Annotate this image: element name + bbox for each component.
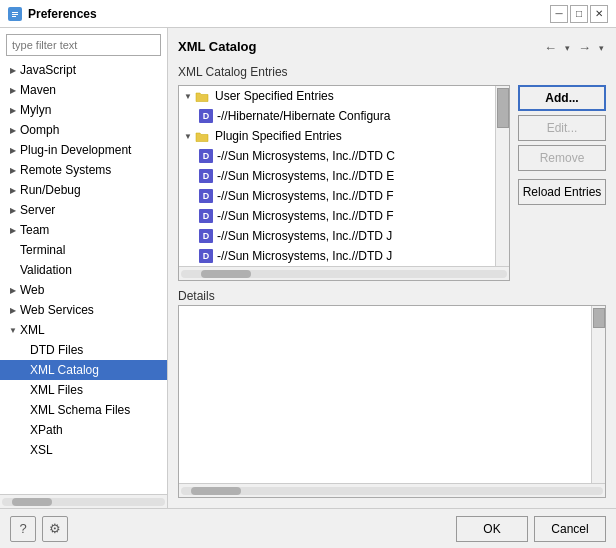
sidebar-item-mylyn[interactable]: Mylyn bbox=[0, 100, 167, 120]
sidebar-label-mylyn: Mylyn bbox=[20, 103, 51, 117]
catalog-arrow-0[interactable] bbox=[183, 91, 193, 101]
sidebar-item-javascript[interactable]: JavaScript bbox=[0, 60, 167, 80]
ok-button[interactable]: OK bbox=[456, 516, 528, 542]
sidebar-item-xsl[interactable]: XSL bbox=[0, 440, 167, 460]
sidebar-item-web[interactable]: Web bbox=[0, 280, 167, 300]
sidebar-label-maven: Maven bbox=[20, 83, 56, 97]
sidebar-label-xpath: XPath bbox=[30, 423, 63, 437]
sidebar-item-terminal[interactable]: Terminal bbox=[0, 240, 167, 260]
close-button[interactable]: ✕ bbox=[590, 5, 608, 23]
tree-arrow-plugin-dev[interactable] bbox=[8, 145, 18, 155]
minimize-button[interactable]: ─ bbox=[550, 5, 568, 23]
nav-forward-button[interactable]: → bbox=[574, 38, 595, 57]
cancel-button[interactable]: Cancel bbox=[534, 516, 606, 542]
details-v-scrollbar[interactable] bbox=[591, 306, 605, 483]
sidebar-item-xml-files[interactable]: XML Files bbox=[0, 380, 167, 400]
catalog-item-2[interactable]: Plugin Specified Entries bbox=[179, 126, 495, 146]
sidebar-label-xml-catalog: XML Catalog bbox=[30, 363, 99, 377]
tree-arrow-remote-systems[interactable] bbox=[8, 165, 18, 175]
nav-back-dropdown[interactable]: ▾ bbox=[563, 41, 572, 55]
catalog-item-0[interactable]: User Specified Entries bbox=[179, 86, 495, 106]
reload-button[interactable]: Reload Entries bbox=[518, 179, 606, 205]
sidebar-item-xpath[interactable]: XPath bbox=[0, 420, 167, 440]
catalog-item-1[interactable]: D-//Hibernate/Hibernate Configura bbox=[179, 106, 495, 126]
sidebar: JavaScriptMavenMylynOomphPlug-in Develop… bbox=[0, 28, 168, 508]
tree-arrow-web-services[interactable] bbox=[8, 305, 18, 315]
sidebar-item-oomph[interactable]: Oomph bbox=[0, 120, 167, 140]
sidebar-label-team: Team bbox=[20, 223, 49, 237]
sidebar-label-validation: Validation bbox=[20, 263, 72, 277]
tree-arrow-team[interactable] bbox=[8, 225, 18, 235]
sidebar-label-xml-schema-files: XML Schema Files bbox=[30, 403, 130, 417]
tree-arrow-javascript[interactable] bbox=[8, 65, 18, 75]
sidebar-item-web-services[interactable]: Web Services bbox=[0, 300, 167, 320]
sidebar-label-terminal: Terminal bbox=[20, 243, 65, 257]
catalog-entry-label-3: -//Sun Microsystems, Inc.//DTD C bbox=[217, 149, 395, 163]
details-area bbox=[178, 305, 606, 498]
sidebar-item-plugin-dev[interactable]: Plug-in Development bbox=[0, 140, 167, 160]
nav-back-button[interactable]: ← bbox=[540, 38, 561, 57]
catalog-folder-label-0: User Specified Entries bbox=[215, 89, 334, 103]
sidebar-item-run-debug[interactable]: Run/Debug bbox=[0, 180, 167, 200]
entry-badge-1: D bbox=[199, 109, 213, 123]
sidebar-item-xml[interactable]: XML bbox=[0, 320, 167, 340]
catalog-entry-label-6: -//Sun Microsystems, Inc.//DTD F bbox=[217, 209, 394, 223]
svg-rect-1 bbox=[12, 12, 18, 13]
tree-arrow-oomph[interactable] bbox=[8, 125, 18, 135]
sidebar-label-server: Server bbox=[20, 203, 55, 217]
add-button[interactable]: Add... bbox=[518, 85, 606, 111]
details-content bbox=[179, 306, 591, 483]
filter-input[interactable] bbox=[6, 34, 161, 56]
tree-arrow-run-debug[interactable] bbox=[8, 185, 18, 195]
catalog-h-scrollbar[interactable] bbox=[179, 266, 509, 280]
panel-title: XML Catalog bbox=[178, 39, 257, 54]
catalog-item-4[interactable]: D-//Sun Microsystems, Inc.//DTD E bbox=[179, 166, 495, 186]
sidebar-item-xml-schema-files[interactable]: XML Schema Files bbox=[0, 400, 167, 420]
sidebar-item-server[interactable]: Server bbox=[0, 200, 167, 220]
sidebar-label-xml-files: XML Files bbox=[30, 383, 83, 397]
svg-rect-3 bbox=[12, 16, 16, 17]
window-title: Preferences bbox=[28, 7, 97, 21]
tree-arrow-mylyn[interactable] bbox=[8, 105, 18, 115]
maximize-button[interactable]: □ bbox=[570, 5, 588, 23]
catalog-arrow-2[interactable] bbox=[183, 131, 193, 141]
sidebar-item-maven[interactable]: Maven bbox=[0, 80, 167, 100]
entry-badge-6: D bbox=[199, 209, 213, 223]
tree-arrow-web[interactable] bbox=[8, 285, 18, 295]
tree-arrow-xml[interactable] bbox=[8, 325, 18, 335]
entry-badge-4: D bbox=[199, 169, 213, 183]
sidebar-tree: JavaScriptMavenMylynOomphPlug-in Develop… bbox=[0, 60, 167, 494]
entry-badge-3: D bbox=[199, 149, 213, 163]
sidebar-h-scrollbar[interactable] bbox=[0, 494, 167, 508]
catalog-entries-label: XML Catalog Entries bbox=[178, 65, 606, 79]
sidebar-label-run-debug: Run/Debug bbox=[20, 183, 81, 197]
catalog-tree-container: User Specified EntriesD-//Hibernate/Hibe… bbox=[178, 85, 510, 281]
help-button[interactable]: ? bbox=[10, 516, 36, 542]
sidebar-item-validation[interactable]: Validation bbox=[0, 260, 167, 280]
tree-arrow-maven[interactable] bbox=[8, 85, 18, 95]
settings-button[interactable]: ⚙ bbox=[42, 516, 68, 542]
tree-arrow-server[interactable] bbox=[8, 205, 18, 215]
details-h-scrollbar[interactable] bbox=[179, 483, 605, 497]
edit-button[interactable]: Edit... bbox=[518, 115, 606, 141]
sidebar-item-remote-systems[interactable]: Remote Systems bbox=[0, 160, 167, 180]
catalog-item-5[interactable]: D-//Sun Microsystems, Inc.//DTD F bbox=[179, 186, 495, 206]
sidebar-label-remote-systems: Remote Systems bbox=[20, 163, 111, 177]
catalog-item-8[interactable]: D-//Sun Microsystems, Inc.//DTD J bbox=[179, 246, 495, 266]
catalog-v-scrollbar[interactable] bbox=[495, 86, 509, 266]
sidebar-item-team[interactable]: Team bbox=[0, 220, 167, 240]
catalog-item-6[interactable]: D-//Sun Microsystems, Inc.//DTD F bbox=[179, 206, 495, 226]
catalog-entry-label-8: -//Sun Microsystems, Inc.//DTD J bbox=[217, 249, 392, 263]
remove-button[interactable]: Remove bbox=[518, 145, 606, 171]
sidebar-item-dtd-files[interactable]: DTD Files bbox=[0, 340, 167, 360]
nav-forward-dropdown[interactable]: ▾ bbox=[597, 41, 606, 55]
details-label: Details bbox=[178, 289, 606, 303]
catalog-entry-label-1: -//Hibernate/Hibernate Configura bbox=[217, 109, 390, 123]
sidebar-label-web-services: Web Services bbox=[20, 303, 94, 317]
catalog-item-7[interactable]: D-//Sun Microsystems, Inc.//DTD J bbox=[179, 226, 495, 246]
catalog-item-3[interactable]: D-//Sun Microsystems, Inc.//DTD C bbox=[179, 146, 495, 166]
catalog-tree-scroll[interactable]: User Specified EntriesD-//Hibernate/Hibe… bbox=[179, 86, 495, 266]
svg-rect-2 bbox=[12, 14, 18, 15]
details-section: Details bbox=[178, 289, 606, 498]
sidebar-item-xml-catalog[interactable]: XML Catalog bbox=[0, 360, 167, 380]
